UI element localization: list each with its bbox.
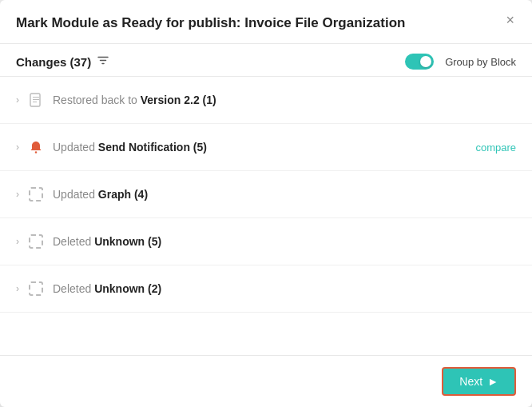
chevron-icon-1[interactable]: › — [16, 94, 19, 106]
change-item-2: › Updated Send Notification (5) compare — [0, 124, 532, 171]
change-item-2-text: Updated Send Notification (5) — [53, 141, 469, 154]
filter-icon[interactable] — [97, 55, 109, 69]
changes-count-label: Changes (37) — [16, 55, 91, 69]
next-button-label: Next — [459, 375, 482, 388]
modal-header: Mark Module as Ready for publish: Invoic… — [0, 0, 532, 44]
change-item-4-action: Deleted — [53, 235, 94, 248]
dashed-icon-3 — [27, 186, 45, 203]
group-by-block-toggle[interactable] — [405, 54, 434, 70]
chevron-icon-5[interactable]: › — [16, 283, 19, 294]
group-by-block-label: Group by Block — [445, 56, 516, 68]
chevron-icon-4[interactable]: › — [16, 236, 19, 247]
next-button[interactable]: Next ► — [442, 367, 516, 396]
chevron-icon-2[interactable]: › — [16, 142, 19, 153]
close-button[interactable]: × — [501, 11, 519, 29]
dashed-icon-5 — [27, 280, 45, 297]
toggle-thumb — [420, 56, 431, 67]
compare-link-2[interactable]: compare — [475, 142, 516, 154]
svg-point-4 — [35, 151, 37, 153]
change-item-2-action: Updated — [53, 141, 98, 154]
change-item-1-text: Restored back to Version 2.2 (1) — [53, 94, 516, 106]
change-item-3-name: Graph (4) — [98, 188, 148, 201]
toggle-track — [405, 54, 434, 70]
change-item-4: › Deleted Unknown (5) — [0, 218, 532, 265]
change-item-3-text: Updated Graph (4) — [53, 188, 516, 201]
modal-footer: Next ► — [0, 355, 532, 407]
toolbar-right: Group by Block — [405, 54, 516, 70]
next-arrow-icon: ► — [487, 375, 498, 388]
change-item-4-name: Unknown (5) — [94, 235, 161, 248]
toolbar: Changes (37) Group by Block — [0, 44, 532, 77]
change-item-4-text: Deleted Unknown (5) — [53, 235, 516, 248]
chevron-icon-3[interactable]: › — [16, 189, 19, 200]
change-item-3-action: Updated — [53, 188, 98, 201]
bell-icon-2 — [27, 138, 45, 156]
change-item-5-text: Deleted Unknown (2) — [53, 282, 516, 295]
change-item-2-name: Send Notification (5) — [98, 141, 207, 154]
modal-title: Mark Module as Ready for publish: Invoic… — [16, 14, 500, 32]
document-icon-1 — [27, 91, 45, 109]
toolbar-left: Changes (37) — [16, 55, 109, 69]
dashed-icon-4 — [27, 233, 45, 250]
change-item-5-name: Unknown (2) — [94, 282, 161, 295]
change-item-1-name: Version 2.2 (1) — [141, 94, 216, 106]
change-item-5-action: Deleted — [53, 282, 94, 295]
changes-list: › Restored back to Version 2.2 (1) › — [0, 77, 532, 355]
change-item-3: › Updated Graph (4) — [0, 171, 532, 218]
modal: Mark Module as Ready for publish: Invoic… — [0, 0, 532, 407]
change-item-1-action: Restored back to — [53, 94, 141, 106]
change-item-1: › Restored back to Version 2.2 (1) — [0, 77, 532, 124]
change-item-5: › Deleted Unknown (2) — [0, 265, 532, 313]
